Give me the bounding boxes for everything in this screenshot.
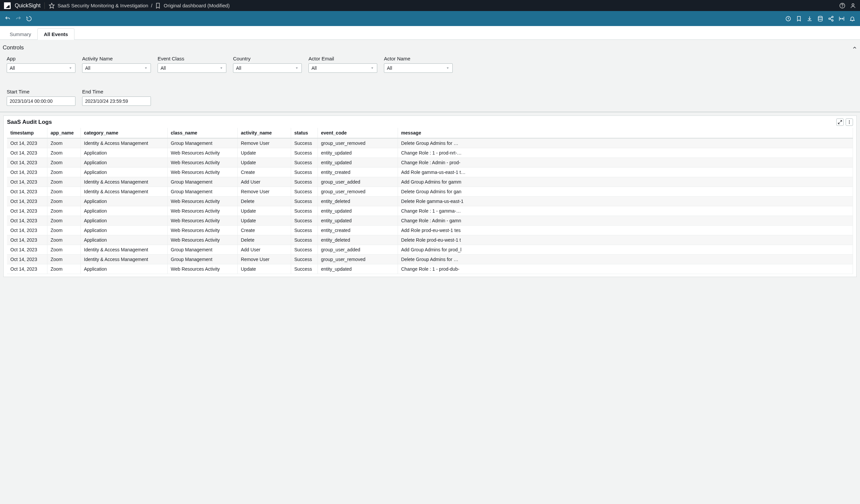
table-cell: Oct 14, 2023 <box>7 138 47 148</box>
fit-width-icon[interactable] <box>838 16 845 22</box>
table-row[interactable]: Oct 14, 2023ZoomApplicationWeb Resources… <box>7 216 853 226</box>
col-event-code[interactable]: event_code <box>317 128 398 138</box>
table-cell: Success <box>291 187 317 197</box>
select-country[interactable]: All <box>233 63 302 73</box>
table-header: timestamp app_name category_name class_n… <box>7 128 853 138</box>
table-cell: Identity & Access Management <box>81 187 167 197</box>
col-app-name[interactable]: app_name <box>47 128 81 138</box>
table-cell: Application <box>81 226 167 235</box>
select-actor-email[interactable]: All <box>309 63 377 73</box>
table-cell: Web Resources Activity <box>167 206 238 216</box>
select-app[interactable]: All <box>7 63 75 73</box>
controls-collapse-button[interactable] <box>852 45 857 51</box>
database-icon[interactable] <box>817 16 823 22</box>
table-row[interactable]: Oct 14, 2023ZoomApplicationWeb Resources… <box>7 148 853 158</box>
select-activity-name[interactable]: All <box>82 63 151 73</box>
table-row[interactable]: Oct 14, 2023ZoomIdentity & Access Manage… <box>7 245 853 255</box>
table-cell: Add Role prod-eu-west-1 tes <box>398 226 853 235</box>
audit-log-table: timestamp app_name category_name class_n… <box>7 128 853 274</box>
control-label: Actor Email <box>309 56 377 61</box>
table-row[interactable]: Oct 14, 2023ZoomIdentity & Access Manage… <box>7 255 853 264</box>
svg-point-2 <box>842 7 843 7</box>
table-cell: Oct 14, 2023 <box>7 264 47 274</box>
star-icon[interactable] <box>49 3 55 9</box>
controls-panel: Controls App All Activity Name All Event… <box>0 40 860 112</box>
table-cell: Delete Group Admins for gan <box>398 187 853 197</box>
table-body: Oct 14, 2023ZoomIdentity & Access Manage… <box>7 138 853 274</box>
svg-point-11 <box>849 123 850 124</box>
table-cell: Update <box>238 216 291 226</box>
clock-icon[interactable] <box>785 16 791 22</box>
svg-point-9 <box>849 120 850 121</box>
table-cell: Change Role : 1 - prod-nrt-… <box>398 148 853 158</box>
user-icon[interactable] <box>850 3 856 9</box>
expand-visual-button[interactable] <box>836 118 844 126</box>
col-timestamp[interactable]: timestamp <box>7 128 47 138</box>
bell-icon[interactable] <box>849 16 855 22</box>
bookmark-toolbar-icon[interactable] <box>796 16 802 22</box>
table-cell: Create <box>238 226 291 235</box>
table-row[interactable]: Oct 14, 2023ZoomApplicationWeb Resources… <box>7 158 853 168</box>
tab-summary[interactable]: Summary <box>3 28 38 40</box>
table-cell: Zoom <box>47 206 81 216</box>
table-cell: Zoom <box>47 255 81 264</box>
col-message[interactable]: message <box>398 128 853 138</box>
table-cell: Oct 14, 2023 <box>7 187 47 197</box>
table-cell: entity_updated <box>317 216 398 226</box>
visual-menu-button[interactable] <box>846 118 853 126</box>
download-icon[interactable] <box>806 16 813 22</box>
table-row[interactable]: Oct 14, 2023ZoomIdentity & Access Manage… <box>7 138 853 148</box>
share-icon[interactable] <box>828 16 834 22</box>
table-cell: Remove User <box>238 255 291 264</box>
table-cell: Web Resources Activity <box>167 264 238 274</box>
table-cell: Oct 14, 2023 <box>7 177 47 187</box>
table-cell: Create <box>238 168 291 177</box>
col-activity-name[interactable]: activity_name <box>238 128 291 138</box>
breadcrumb-project[interactable]: SaaS Security Monitoring & Investigation <box>57 3 148 8</box>
select-actor-name[interactable]: All <box>384 63 453 73</box>
table-cell: Oct 14, 2023 <box>7 235 47 245</box>
table-cell: Success <box>291 158 317 168</box>
table-row[interactable]: Oct 14, 2023ZoomApplicationWeb Resources… <box>7 264 853 274</box>
table-cell: Success <box>291 206 317 216</box>
table-cell: Zoom <box>47 245 81 255</box>
table-cell: Remove User <box>238 187 291 197</box>
quicksight-logo-icon[interactable] <box>4 2 11 9</box>
table-cell: Web Resources Activity <box>167 216 238 226</box>
table-row[interactable]: Oct 14, 2023ZoomIdentity & Access Manage… <box>7 187 853 197</box>
table-cell: entity_deleted <box>317 197 398 206</box>
table-wrap[interactable]: timestamp app_name category_name class_n… <box>7 128 853 274</box>
table-row[interactable]: Oct 14, 2023ZoomApplicationWeb Resources… <box>7 206 853 216</box>
input-end-time[interactable]: 2023/10/24 23:59:59 <box>82 97 151 106</box>
reset-icon[interactable] <box>26 16 32 22</box>
table-cell: entity_updated <box>317 148 398 158</box>
table-cell: Application <box>81 216 167 226</box>
tab-all-events[interactable]: All Events <box>38 28 74 40</box>
table-cell: Change Role : 1 - gamma-… <box>398 206 853 216</box>
breadcrumb-page[interactable]: Original dashboard (Modified) <box>163 3 230 8</box>
undo-icon[interactable] <box>5 16 11 22</box>
select-event-class[interactable]: All <box>158 63 226 73</box>
table-cell: Delete Group Admins for … <box>398 138 853 148</box>
redo-icon[interactable] <box>15 16 22 22</box>
control-actor-email: Actor Email All <box>309 56 377 73</box>
bookmark-icon[interactable] <box>155 3 161 9</box>
table-row[interactable]: Oct 14, 2023ZoomApplicationWeb Resources… <box>7 197 853 206</box>
col-status[interactable]: status <box>291 128 317 138</box>
col-class-name[interactable]: class_name <box>167 128 238 138</box>
col-category-name[interactable]: category_name <box>81 128 167 138</box>
table-cell: Identity & Access Management <box>81 245 167 255</box>
table-cell: Identity & Access Management <box>81 177 167 187</box>
table-cell: Delete <box>238 235 291 245</box>
table-row[interactable]: Oct 14, 2023ZoomIdentity & Access Manage… <box>7 177 853 187</box>
help-icon[interactable] <box>839 3 845 9</box>
table-row[interactable]: Oct 14, 2023ZoomApplicationWeb Resources… <box>7 168 853 177</box>
table-cell: Change Role : 1 - prod-dub- <box>398 264 853 274</box>
input-start-time[interactable]: 2023/10/14 00:00:00 <box>7 97 75 106</box>
table-row[interactable]: Oct 14, 2023ZoomApplicationWeb Resources… <box>7 226 853 235</box>
table-row[interactable]: Oct 14, 2023ZoomApplicationWeb Resources… <box>7 235 853 245</box>
table-cell: Web Resources Activity <box>167 158 238 168</box>
caret-down-icon <box>295 66 299 70</box>
breadcrumb: SaaS Security Monitoring & Investigation… <box>49 3 230 9</box>
table-cell: Oct 14, 2023 <box>7 255 47 264</box>
